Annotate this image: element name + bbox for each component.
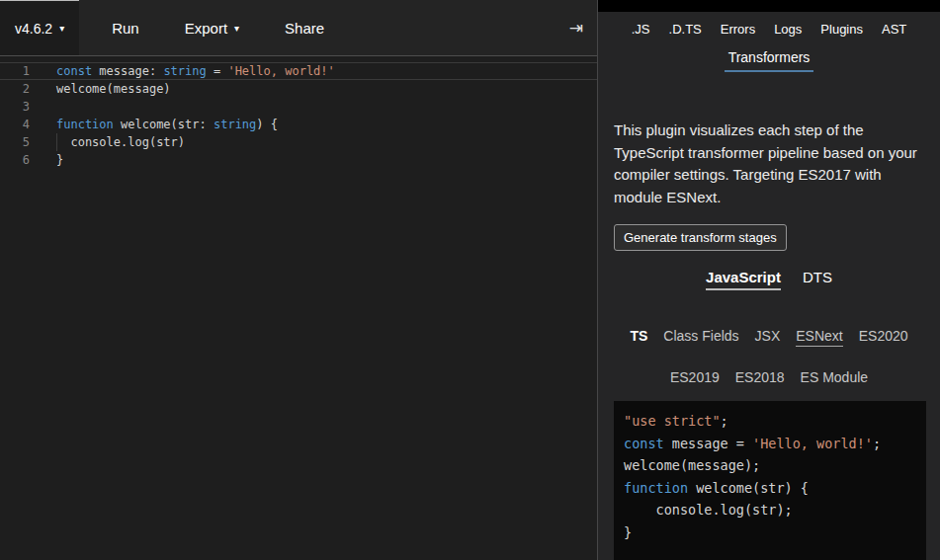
code-token: function (624, 480, 688, 496)
editor-line[interactable]: 2welcome(message) (0, 80, 597, 98)
code-token: function (56, 118, 114, 131)
chevron-down-icon: ▾ (59, 23, 64, 34)
code-token: const (624, 436, 664, 451)
code-token: console.log(str); (624, 502, 793, 518)
stage-tab-esnext[interactable]: ESNext (796, 328, 842, 347)
toolbar-menu: RunExport▾Share (89, 0, 347, 55)
stage-tab-class-fields[interactable]: Class Fields (663, 328, 738, 347)
toolbar: v4.6.2 ▾ RunExport▾Share ⇥ (0, 0, 597, 56)
dock-sidebar-icon[interactable]: ⇥ (569, 18, 583, 39)
line-number: 6 (0, 151, 40, 169)
code-token: 'Hello, world!' (227, 64, 334, 78)
code-line: console.log(str) (40, 133, 185, 151)
editor-line[interactable]: 5 console.log(str) (0, 133, 597, 151)
line-number: 4 (0, 116, 40, 133)
output-code-line: welcome(message); (624, 454, 916, 477)
code-editor[interactable]: 1const message: string = 'Hello, world!'… (0, 56, 597, 560)
code-token: ; (721, 413, 728, 429)
toolbar-item-share[interactable]: Share (262, 0, 347, 55)
code-token: = (207, 64, 228, 78)
stage-tab-es2020[interactable]: ES2020 (859, 328, 908, 347)
generate-transform-stages-button[interactable]: Generate transform stages (614, 224, 787, 251)
typescript-playground: v4.6.2 ▾ RunExport▾Share ⇥ 1const messag… (0, 0, 940, 560)
editor-line[interactable]: 3 (0, 98, 597, 116)
version-label: v4.6.2 (15, 21, 52, 37)
tab-errors[interactable]: Errors (716, 20, 760, 39)
version-dropdown[interactable]: v4.6.2 ▾ (0, 0, 79, 55)
stage-tab-es2018[interactable]: ES2018 (735, 369, 785, 387)
stage-tab-es2019[interactable]: ES2019 (670, 369, 720, 387)
tab-plugins[interactable]: Plugins (815, 20, 868, 39)
output-code-line: } (624, 521, 916, 544)
tab-ast[interactable]: AST (877, 20, 911, 39)
editor-pane: v4.6.2 ▾ RunExport▾Share ⇥ 1const messag… (0, 0, 598, 560)
plugin-tab-row: Transformers (598, 42, 940, 80)
tab-dts[interactable]: .D.TS (664, 20, 707, 39)
sidebar-tabs: .JS.D.TSErrorsLogsPluginsAST (598, 12, 940, 42)
output-code: "use strict";const message = 'Hello, wor… (614, 401, 926, 560)
code-token: "use strict" (624, 413, 721, 429)
code-token: } (56, 153, 63, 167)
output-tab-dts[interactable]: DTS (803, 269, 832, 290)
code-token: } (624, 524, 632, 540)
code-line: } (40, 151, 63, 169)
code-line: const message: string = 'Hello, world!' (40, 62, 335, 80)
plugin-description: This plugin visualizes each step of the … (598, 80, 940, 208)
tab-logs[interactable]: Logs (769, 20, 807, 39)
code-token: ; (873, 436, 881, 451)
code-token: welcome(message) (56, 82, 171, 96)
toolbar-item-run[interactable]: Run (89, 0, 162, 55)
code-token: const (56, 64, 92, 78)
code-line: welcome(message) (40, 80, 171, 98)
chevron-down-icon: ▾ (234, 23, 239, 34)
output-code-line: "use strict"; (624, 410, 916, 433)
top-strip (598, 0, 940, 12)
output-code-line: console.log(str); (624, 499, 916, 521)
code-token: console.log(str) (56, 135, 185, 149)
code-token: string (214, 118, 256, 131)
editor-line[interactable]: 6} (0, 151, 597, 169)
code-token: string (163, 64, 206, 78)
line-number: 2 (0, 80, 40, 98)
code-token: 'Hello, world!' (752, 436, 873, 451)
tab-transformers[interactable]: Transformers (725, 49, 814, 72)
code-token: message = (664, 436, 752, 451)
stage-tab-ts[interactable]: TS (630, 328, 647, 347)
toolbar-item-export[interactable]: Export▾ (162, 0, 262, 55)
stage-tabs: TSClass FieldsJSXESNextES2020ES2019ES201… (598, 328, 940, 387)
editor-line[interactable]: 1const message: string = 'Hello, world!' (0, 62, 597, 80)
line-number: 5 (0, 133, 40, 151)
output-code-line: function welcome(str) { (624, 477, 916, 500)
output-code-line: const message = 'Hello, world!'; (624, 433, 916, 455)
sidebar-panel: .JS.D.TSErrorsLogsPluginsAST Transformer… (598, 0, 940, 560)
tab-js[interactable]: .JS (627, 20, 655, 39)
indent-guide (56, 133, 57, 151)
code-token: message: (92, 64, 163, 78)
code-token: welcome(str: (114, 118, 214, 131)
line-number: 3 (0, 98, 40, 116)
stage-tab-es-module[interactable]: ES Module (801, 369, 868, 387)
output-tabs: JavaScriptDTS (598, 269, 940, 290)
line-number: 1 (0, 62, 40, 80)
code-line (40, 98, 56, 116)
stage-tab-jsx[interactable]: JSX (755, 328, 781, 347)
editor-line[interactable]: 4function welcome(str: string) { (0, 116, 597, 133)
code-line: function welcome(str: string) { (40, 116, 278, 133)
code-token: welcome(message); (624, 457, 760, 473)
code-token: ) { (256, 118, 278, 131)
output-tab-javascript[interactable]: JavaScript (706, 269, 781, 290)
code-token: welcome(str) { (688, 480, 809, 496)
